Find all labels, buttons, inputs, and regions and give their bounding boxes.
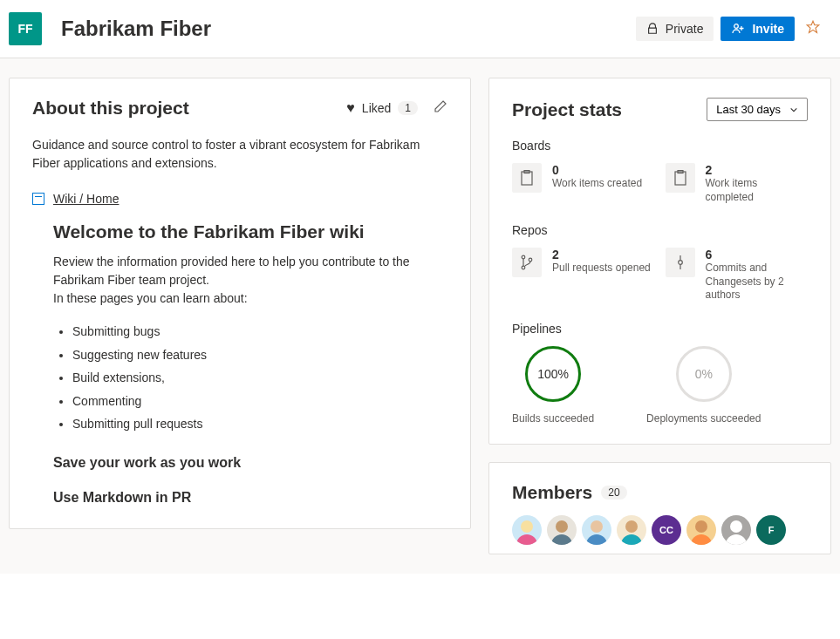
builds-label: Builds succeeded [512, 412, 594, 425]
project-logo: FF [9, 12, 42, 45]
avatar[interactable] [582, 515, 611, 545]
stat-text: Work items completed [706, 177, 809, 204]
members-count: 20 [601, 486, 626, 500]
pencil-icon [434, 99, 447, 113]
stats-title: Project stats [512, 99, 622, 120]
wiki-subheading: Use Markdown in PR [53, 490, 447, 506]
svg-point-8 [678, 261, 682, 265]
chevron-down-icon [789, 105, 798, 114]
stat-number: 2 [706, 163, 809, 177]
stat-text: Pull requests opened [552, 262, 651, 275]
stat-number: 0 [552, 163, 642, 177]
members-card: Members 20 CC F [488, 462, 831, 554]
list-item: Suggesting new features [72, 343, 447, 367]
branch-icon [512, 248, 542, 277]
repos-section-label: Repos [512, 223, 808, 237]
list-item: Build extensions, [72, 366, 447, 390]
right-column: Project stats Last 30 days Boards 0 Work… [488, 78, 831, 554]
boards-section-label: Boards [512, 139, 808, 153]
body: About this project ♥ Liked 1 Guidance an… [0, 58, 840, 574]
wiki-bullet-list: Submitting bugs Suggesting new features … [53, 320, 447, 436]
clipboard-icon [666, 163, 695, 193]
avatar[interactable] [617, 515, 646, 545]
project-description: Guidance and source control to foster a … [32, 136, 447, 173]
edit-button[interactable] [434, 99, 447, 117]
visibility-private-button[interactable]: Private [636, 17, 714, 41]
pipelines-stats: 100% Builds succeeded 0% Deployments suc… [512, 346, 808, 425]
about-title: About this project [32, 98, 346, 119]
stat-pull-requests[interactable]: 2 Pull requests opened [512, 248, 655, 303]
project-title: Fabrikam Fiber [61, 17, 636, 41]
invite-label: Invite [752, 22, 784, 36]
about-header: About this project ♥ Liked 1 [32, 98, 447, 119]
star-icon [805, 19, 821, 35]
stat-number: 6 [706, 248, 809, 262]
avatar[interactable] [547, 515, 577, 545]
boards-stats: 0 Work items created 2 Work items comple… [512, 163, 808, 204]
stat-text: Commits and Changesets by 2 authors [706, 262, 809, 303]
deployments-ring: 0% [676, 346, 732, 402]
member-avatars: CC F [512, 515, 808, 545]
stat-builds[interactable]: 100% Builds succeeded [512, 346, 594, 425]
header: FF Fabrikam Fiber Private Invite [0, 0, 840, 58]
commit-icon [666, 248, 695, 277]
stat-work-items-completed[interactable]: 2 Work items completed [666, 163, 809, 204]
stat-work-items-created[interactable]: 0 Work items created [512, 163, 655, 204]
about-card: About this project ♥ Liked 1 Guidance an… [9, 78, 471, 529]
date-range-dropdown[interactable]: Last 30 days [707, 98, 808, 121]
svg-point-0 [734, 24, 739, 29]
wiki-link-row: Wiki / Home [32, 192, 447, 206]
heart-icon: ♥ [346, 100, 355, 116]
favorite-star-button[interactable] [805, 19, 821, 39]
invite-icon [731, 22, 745, 36]
wiki-preview: Welcome to the Fabrikam Fiber wiki Revie… [32, 221, 447, 506]
avatar[interactable] [721, 515, 751, 545]
avatar[interactable]: F [756, 515, 786, 545]
private-label: Private [666, 22, 704, 36]
repos-stats: 2 Pull requests opened 6 Commits and Cha… [512, 248, 808, 303]
pipelines-section-label: Pipelines [512, 322, 808, 336]
wiki-page-icon [32, 193, 44, 205]
avatar[interactable] [512, 515, 542, 545]
avatar[interactable] [686, 515, 716, 545]
liked-label: Liked [362, 101, 391, 115]
deployments-label: Deployments succeeded [646, 412, 761, 425]
invite-button[interactable]: Invite [720, 17, 795, 41]
wiki-intro: Review the information provided here to … [53, 253, 447, 308]
left-column: About this project ♥ Liked 1 Guidance an… [9, 78, 471, 529]
members-title: Members [512, 482, 592, 503]
avatar[interactable]: CC [652, 515, 681, 545]
wiki-heading: Welcome to the Fabrikam Fiber wiki [53, 221, 447, 242]
liked-count: 1 [398, 101, 418, 115]
svg-point-5 [522, 255, 525, 259]
lock-icon [646, 23, 659, 35]
svg-point-7 [529, 258, 532, 262]
wiki-subheading: Save your work as you work [53, 455, 447, 471]
wiki-home-link[interactable]: Wiki / Home [53, 192, 119, 206]
builds-ring: 100% [525, 346, 581, 402]
stats-header: Project stats Last 30 days [512, 98, 808, 121]
members-header: Members 20 [512, 482, 808, 503]
stat-deployments[interactable]: 0% Deployments succeeded [646, 346, 761, 425]
stat-text: Work items created [552, 177, 642, 191]
stats-card: Project stats Last 30 days Boards 0 Work… [488, 78, 831, 445]
liked-indicator[interactable]: ♥ Liked 1 [346, 100, 418, 116]
clipboard-icon [512, 163, 542, 193]
date-range-label: Last 30 days [716, 103, 781, 116]
list-item: Submitting bugs [72, 320, 447, 343]
svg-rect-3 [675, 172, 686, 185]
list-item: Commenting [72, 390, 447, 413]
svg-rect-1 [522, 172, 532, 185]
stat-commits[interactable]: 6 Commits and Changesets by 2 authors [666, 248, 809, 303]
stat-number: 2 [552, 248, 651, 262]
list-item: Submitting pull requests [72, 412, 447, 436]
svg-point-6 [522, 266, 525, 269]
